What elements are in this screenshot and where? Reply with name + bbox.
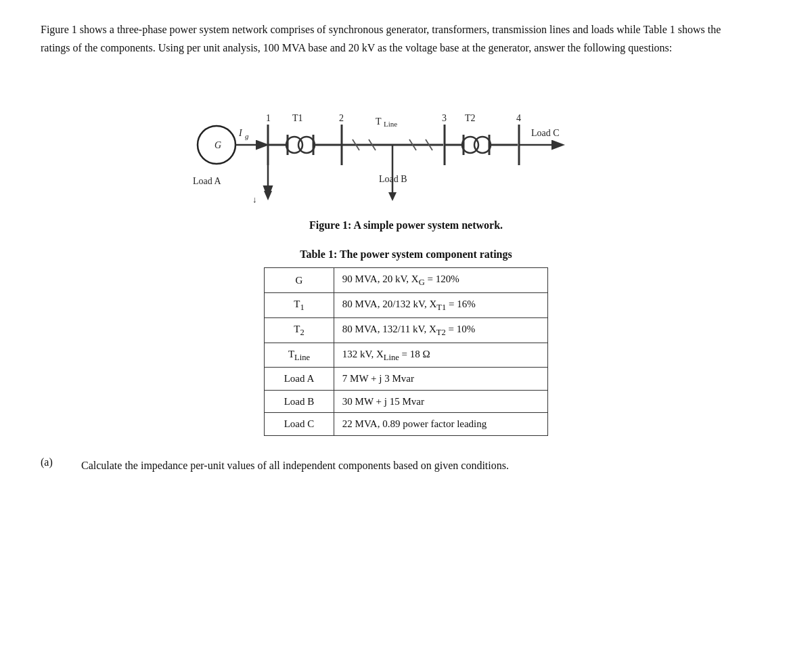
table-caption: Table 1: The power system component rati… [300,248,512,261]
svg-marker-36 [388,192,397,201]
component-cell: G [265,268,334,293]
table-section: Table 1: The power system component rati… [41,248,771,436]
intro-paragraph: Figure 1 shows a three-phase power syste… [41,20,751,57]
table-row: Load B 30 MW + j 15 Mvar [265,390,548,413]
table-row: G 90 MVA, 20 kV, XG = 120% [265,268,548,293]
ratings-table: G 90 MVA, 20 kV, XG = 120% T1 80 MVA, 20… [264,267,548,436]
diagram-area: G 1 T1 [41,77,771,213]
figure-caption: Figure 1: A simple power system network. [41,219,771,232]
table-row: TLine 132 kV, XLine = 18 Ω [265,343,548,368]
component-cell: T2 [265,317,334,343]
svg-text:T2: T2 [465,113,476,123]
svg-text:4: 4 [516,113,521,123]
svg-text:g: g [245,132,249,140]
table-row: T1 80 MVA, 20/132 kV, XT1 = 16% [265,293,548,318]
question-section: (a) Calculate the impedance per-unit val… [41,456,771,475]
rating-cell: 132 kV, XLine = 18 Ω [334,343,547,368]
rating-cell: 7 MW + j 3 Mvar [334,368,547,391]
svg-marker-42 [264,191,272,200]
rating-cell: 22 MVA, 0.89 power factor leading [334,413,547,436]
svg-text:Load C: Load C [531,128,560,138]
question-a-text: Calculate the impedance per-unit values … [81,456,509,475]
component-cell: Load A [265,368,334,391]
svg-text:T: T [376,116,382,127]
rating-cell: 80 MVA, 20/132 kV, XT1 = 16% [334,293,547,318]
svg-text:G: G [215,140,221,150]
svg-text:Load A: Load A [193,176,221,186]
table-row: Load C 22 MVA, 0.89 power factor leading [265,413,548,436]
component-cell: T1 [265,293,334,318]
table-row: Load A 7 MW + j 3 Mvar [265,368,548,391]
question-a-row: (a) Calculate the impedance per-unit val… [41,456,771,475]
svg-point-8 [298,137,315,153]
component-cell: Load C [265,413,334,436]
svg-text:T1: T1 [292,113,303,123]
rating-cell: 30 MW + j 15 Mvar [334,390,547,413]
rating-cell: 90 MVA, 20 kV, XG = 120% [334,268,547,293]
svg-text:I: I [238,128,243,138]
svg-text:↓: ↓ [252,194,257,204]
component-cell: TLine [265,343,334,368]
svg-text:3: 3 [442,113,447,123]
svg-text:1: 1 [266,113,271,123]
table-row: T2 80 MVA, 132/11 kV, XT2 = 10% [265,317,548,343]
svg-text:2: 2 [339,113,344,123]
rating-cell: 80 MVA, 132/11 kV, XT2 = 10% [334,317,547,343]
component-cell: Load B [265,390,334,413]
circuit-diagram: G 1 T1 [152,77,660,213]
svg-point-22 [474,137,491,153]
svg-text:Load B: Load B [379,174,407,184]
question-a-label: (a) [41,456,68,468]
svg-text:Line: Line [384,120,397,128]
